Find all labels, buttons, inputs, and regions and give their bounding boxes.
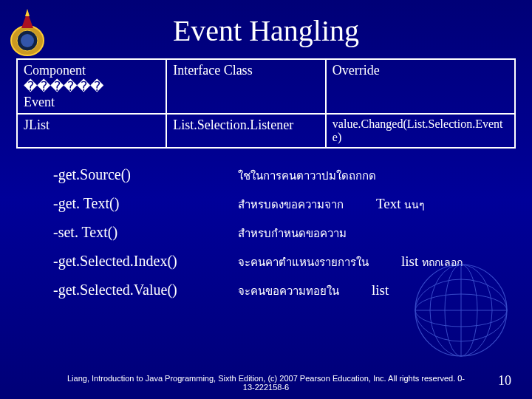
th-component-event: Component ������ Event [17,59,166,114]
method-row: -get. Text() สำหรบดงขอความจาก Text นนๆ [53,195,488,214]
method-desc: สำหรบดงขอความจาก [238,196,344,214]
method-name: -set. Text() [53,224,216,241]
method-desc: ใชในการคนตาวาปมใดถกกด [238,167,376,185]
page-number: 10 [498,373,511,389]
method-desc: จะคนขอความทอยใน [238,282,339,300]
method-extra: list [372,282,389,299]
method-row: -get.Source() ใชในการคนตาวาปมใดถกกด [53,166,488,185]
table-row: JList List.Selection.Listener value.Chan… [17,114,515,148]
method-desc: จะคนคาตำแหนงรายการใน [238,253,369,271]
th-override: Override [326,59,515,114]
event-table: Component ������ Event Interface Class O… [16,58,516,149]
method-name: -get. Text() [53,195,216,212]
method-name: -get.Source() [53,166,216,183]
method-name: -get.Selected.Index() [53,253,216,270]
td-interface: List.Selection.Listener [166,114,326,148]
svg-point-2 [21,34,34,47]
method-extra: Text นนๆ [376,196,425,213]
footer-citation: Liang, Introduction to Java Programming,… [0,374,532,392]
td-override: value.Changed(List.Selection.Event e) [326,114,515,148]
globe-icon [409,259,513,362]
th-interface: Interface Class [166,59,326,114]
th-component: Component ������ [24,63,103,94]
slide-title: Event Hangling [0,0,532,48]
td-component: JList [17,114,166,148]
th-event: Event [24,95,55,109]
method-name: -get.Selected.Value() [53,282,216,299]
method-desc: สำหรบกำหนดขอความ [238,225,347,242]
logo-emblem [7,7,47,59]
table-header-row: Component ������ Event Interface Class O… [17,59,515,114]
method-row: -set. Text() สำหรบกำหนดขอความ [53,224,488,242]
